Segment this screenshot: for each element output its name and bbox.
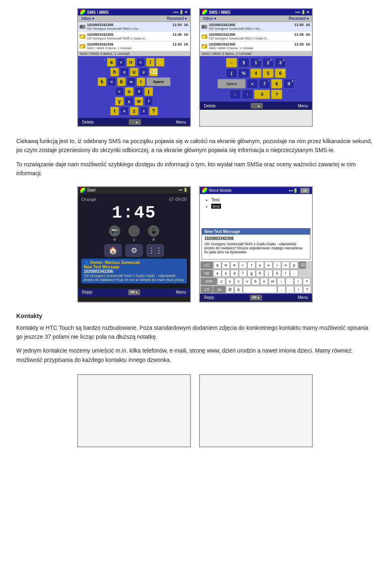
wkey-g[interactable]: g bbox=[247, 270, 256, 277]
inbox-row-3[interactable]: 📁 1020803342306 11:43 1K SMS \ MMS 3 Ite… bbox=[78, 41, 190, 51]
wkey-amp[interactable]: & bbox=[234, 286, 243, 293]
close-icon-r1[interactable]: ✕ bbox=[306, 10, 310, 14]
key-arrow-up[interactable]: ↑ bbox=[242, 89, 253, 99]
key-eight[interactable]: 8 bbox=[271, 79, 282, 89]
wkey-e[interactable]: e bbox=[230, 261, 238, 269]
wkey-shift[interactable]: Shift bbox=[201, 278, 217, 285]
key-question1[interactable]: ? bbox=[149, 107, 158, 115]
shortcut-apps[interactable]: ⋮⋮ bbox=[146, 244, 164, 257]
key-d[interactable]: d bbox=[134, 87, 143, 96]
key-j[interactable]: j bbox=[144, 87, 153, 96]
wkey-semicolon[interactable]: ; bbox=[277, 278, 285, 285]
key-t[interactable]: t bbox=[110, 107, 119, 115]
key-six[interactable]: 6@ bbox=[275, 68, 286, 78]
wkey-u[interactable]: u bbox=[264, 261, 273, 269]
wkey-j[interactable]: j bbox=[264, 270, 273, 277]
key-arrow-left2[interactable]: ← bbox=[226, 58, 237, 68]
key-y[interactable]: y bbox=[115, 97, 124, 106]
wkey-at[interactable]: @ bbox=[226, 286, 234, 293]
menu-button-left-1[interactable]: Menu bbox=[176, 120, 186, 124]
reply-button-word[interactable]: Reply bbox=[204, 295, 214, 300]
key-dollar[interactable]: $ bbox=[238, 58, 249, 68]
wkey-v[interactable]: v bbox=[243, 278, 251, 285]
key-w[interactable]: w bbox=[134, 97, 143, 106]
wkey-p[interactable]: p bbox=[290, 261, 298, 269]
key-s[interactable]: s bbox=[139, 107, 148, 115]
home-start-label[interactable]: Start bbox=[87, 188, 95, 192]
key-question2[interactable]: ? bbox=[271, 89, 282, 99]
key-g[interactable]: g bbox=[125, 97, 134, 106]
key-arrow-down[interactable]: ↓ bbox=[230, 89, 241, 99]
key-nine[interactable]: 9# bbox=[283, 79, 295, 89]
wkey-f[interactable]: f bbox=[239, 270, 247, 277]
inbox-row-r1-1[interactable]: ✉ 1020803342306 11:50 1K OD Grzegorz Sze… bbox=[200, 22, 312, 32]
key-i[interactable]: i bbox=[146, 58, 155, 67]
shortcut-home[interactable]: 🏠 bbox=[104, 244, 122, 257]
key-x[interactable]: x bbox=[136, 58, 145, 67]
inbox-row-2[interactable]: 📁 1020803342306 11:45 1K OD Grzegorz Sze… bbox=[78, 32, 190, 41]
menu-button-home[interactable]: Menu bbox=[176, 290, 186, 294]
key-c2[interactable]: c bbox=[115, 87, 124, 96]
wkey-question[interactable]: ? bbox=[303, 278, 311, 285]
received-nav-left[interactable]: Received ▾ bbox=[167, 16, 187, 21]
wkey-dot2[interactable]: . bbox=[286, 286, 294, 293]
key-percent[interactable]: % bbox=[238, 68, 249, 78]
key-z[interactable]: z bbox=[130, 107, 139, 115]
wkey-period[interactable]: . bbox=[286, 278, 294, 285]
home-icon-phone[interactable]: 📞 1 bbox=[128, 225, 140, 242]
key-a[interactable]: a bbox=[107, 58, 116, 67]
key-space2[interactable]: Space bbox=[217, 79, 246, 89]
wkey-d[interactable]: d bbox=[230, 270, 238, 277]
wkey-x[interactable]: x bbox=[226, 278, 234, 285]
inbox-row-1[interactable]: ✉ 1020803342306 11:50 1K OD Grzegorz Sze… bbox=[78, 22, 190, 32]
key-one[interactable]: 1-+ bbox=[250, 58, 262, 68]
inbox-nav-right-1[interactable]: Inbox ▾ bbox=[203, 16, 216, 21]
key-backspace[interactable]: ⌫ bbox=[149, 68, 158, 76]
wkey-o[interactable]: o bbox=[282, 261, 290, 269]
wkey-quest2[interactable]: ? bbox=[303, 286, 311, 293]
home-icon-message[interactable]: 📱 0 bbox=[148, 225, 159, 242]
key-lt[interactable]: < bbox=[247, 79, 258, 89]
center-icon-word[interactable]: ⌨▲ bbox=[250, 295, 262, 301]
wkey-ctl[interactable]: Ctl bbox=[201, 286, 213, 293]
key-p[interactable]: p bbox=[139, 68, 148, 76]
wkey-tab[interactable]: Tab bbox=[201, 270, 213, 277]
wkey-123[interactable]: 123 bbox=[201, 261, 213, 269]
wkey-b[interactable]: b bbox=[251, 278, 260, 285]
key-m[interactable]: m bbox=[127, 77, 136, 86]
wkey-backspace[interactable]: ⌫ bbox=[299, 261, 306, 269]
key-k[interactable]: k bbox=[98, 77, 106, 86]
center-icon-left-1[interactable]: 🎵▲ bbox=[129, 119, 141, 125]
wkey-n[interactable]: n bbox=[260, 278, 268, 285]
key-four[interactable]: 4 bbox=[250, 68, 262, 78]
key-e[interactable]: e bbox=[120, 107, 129, 115]
key-zero[interactable]: 0 bbox=[254, 89, 270, 99]
wkey-excl[interactable]: ! bbox=[295, 286, 303, 293]
delete-button-right-1[interactable]: Delete bbox=[204, 104, 216, 108]
key-r[interactable]: r bbox=[136, 77, 145, 86]
key-seven[interactable]: 7* bbox=[259, 79, 270, 89]
key-arrow-left[interactable]: ← bbox=[156, 58, 165, 67]
key-o[interactable]: o bbox=[125, 87, 134, 96]
wkey-comma[interactable]: , bbox=[277, 286, 286, 293]
inbox-nav-left[interactable]: Inbox ▾ bbox=[81, 16, 94, 21]
inbox-row-r1-3[interactable]: 📁 1020803342306 11:43 1K SMS \ MMS 3 Ite… bbox=[200, 41, 312, 51]
wkey-w[interactable]: w bbox=[222, 261, 230, 269]
center-icon-home[interactable]: ⌨▲ bbox=[128, 290, 140, 295]
delete-button-left-1[interactable]: Delete bbox=[82, 120, 94, 124]
wkey-h[interactable]: h bbox=[256, 270, 264, 277]
home-icon-camera[interactable]: 📷 0 bbox=[109, 225, 120, 242]
center-icon-right-1[interactable]: 🎵▲ bbox=[251, 103, 263, 109]
key-three[interactable]: 3€ bbox=[275, 58, 286, 68]
wkey-s[interactable]: s bbox=[222, 270, 230, 277]
key-o-small[interactable]: o bbox=[107, 77, 116, 86]
key-q[interactable]: q bbox=[120, 68, 129, 76]
wkey-dash[interactable]: - bbox=[290, 270, 298, 277]
wkey-r[interactable]: r bbox=[239, 261, 247, 269]
word-ok-button[interactable]: ok bbox=[300, 188, 310, 193]
reply-button-home[interactable]: Reply bbox=[82, 290, 93, 294]
wkey-space2[interactable] bbox=[243, 286, 277, 293]
wkey-m[interactable]: m bbox=[269, 278, 277, 285]
home-notification[interactable]: 👤 Owner: Mariusz Szewczak New Text Messa… bbox=[81, 259, 187, 283]
wkey-z[interactable]: z bbox=[217, 278, 225, 285]
